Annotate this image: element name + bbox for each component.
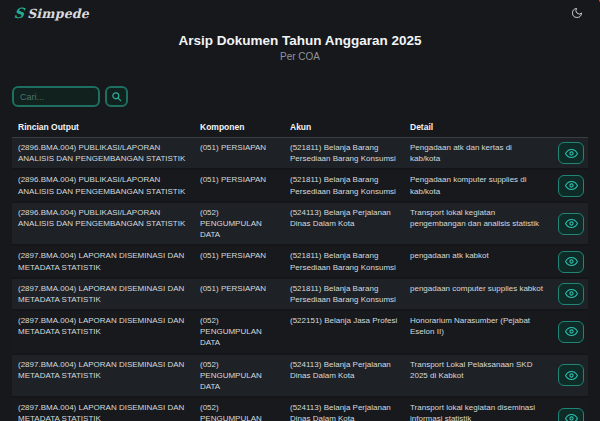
akun-cell: (524113) Belanja Perjalanan Dinas Dalam … [284,202,404,246]
table-row: (2896.BMA.004) PUBLIKASI/LAPORAN ANALISI… [12,202,588,246]
table-row: (2897.BMA.004) LAPORAN DISEMINASI DAN ME… [12,397,588,421]
detail-cell: pengadaan computer supplies kabkot [404,278,550,310]
rincian-output-cell: (2896.BMA.004) PUBLIKASI/LAPORAN ANALISI… [12,169,194,201]
brand-s-icon: S [13,6,25,20]
view-document-button[interactable] [558,283,584,305]
komponen-cell: (051) PERSIAPAN [194,245,284,277]
search-bar [12,86,588,107]
brand-name: Simpede [27,6,89,21]
eye-icon [565,412,578,421]
action-cell [550,354,588,398]
rincian-output-cell: (2897.BMA.004) LAPORAN DISEMINASI DAN ME… [12,397,194,421]
detail-cell: Transport Lokal Pelaksanaan SKD 2025 di … [404,354,550,398]
rincian-output-cell: (2896.BMA.004) PUBLIKASI/LAPORAN ANALISI… [12,138,194,170]
view-document-button[interactable] [558,321,584,343]
action-cell [550,169,588,201]
eye-icon [565,287,578,300]
eye-icon [565,217,578,230]
view-document-button[interactable] [558,213,584,235]
moon-icon [571,7,583,19]
action-cell [550,138,588,170]
header-rincian-output: Rincian Output [12,116,194,138]
komponen-cell: (052) PENGUMPULAN DATA [194,310,284,354]
rincian-output-cell: (2897.BMA.004) LAPORAN DISEMINASI DAN ME… [12,354,194,398]
search-input[interactable] [12,86,100,107]
komponen-cell: (052) PENGUMPULAN DATA [194,397,284,421]
akun-cell: (521811) Belanja Barang Persediaan Baran… [284,245,404,277]
detail-cell: Honorarium Narasumber (Pejabat Eselon II… [404,310,550,354]
komponen-cell: (052) PENGUMPULAN DATA [194,354,284,398]
akun-cell: (521811) Belanja Barang Persediaan Baran… [284,169,404,201]
eye-icon [565,255,578,268]
header-komponen: Komponen [194,116,284,138]
rincian-output-cell: (2897.BMA.004) LAPORAN DISEMINASI DAN ME… [12,310,194,354]
akun-cell: (524113) Belanja Perjalanan Dinas Dalam … [284,354,404,398]
view-document-button[interactable] [558,175,584,197]
eye-icon [565,179,578,192]
table-row: (2896.BMA.004) PUBLIKASI/LAPORAN ANALISI… [12,169,588,201]
table-row: (2897.BMA.004) LAPORAN DISEMINASI DAN ME… [12,310,588,354]
detail-cell: pengadaan atk kabkot [404,245,550,277]
komponen-cell: (051) PERSIAPAN [194,278,284,310]
detail-cell: Pengadaan atk dan kertas di kab/kota [404,138,550,170]
table-row: (2897.BMA.004) LAPORAN DISEMINASI DAN ME… [12,278,588,310]
table-row: (2896.BMA.004) PUBLIKASI/LAPORAN ANALISI… [12,138,588,170]
header-detail: Detail [404,116,550,138]
rincian-output-cell: (2896.BMA.004) PUBLIKASI/LAPORAN ANALISI… [12,202,194,246]
navbar: S Simpede [0,0,600,26]
table-row: (2897.BMA.004) LAPORAN DISEMINASI DAN ME… [12,245,588,277]
akun-cell: (522151) Belanja Jasa Profesi [284,310,404,354]
brand-logo[interactable]: S Simpede [14,6,89,21]
rincian-output-cell: (2897.BMA.004) LAPORAN DISEMINASI DAN ME… [12,278,194,310]
akun-cell: (521811) Belanja Barang Persediaan Baran… [284,278,404,310]
action-cell [550,278,588,310]
view-document-button[interactable] [558,142,584,164]
komponen-cell: (051) PERSIAPAN [194,169,284,201]
detail-cell: Transport lokal kegiatan pengembangan da… [404,202,550,246]
view-document-button[interactable] [558,364,584,386]
dark-mode-toggle-button[interactable] [568,4,586,22]
view-document-button[interactable] [558,408,584,421]
eye-icon [565,147,578,160]
komponen-cell: (051) PERSIAPAN [194,138,284,170]
detail-cell: Pengadaan komputer supplies di kab/kota [404,169,550,201]
komponen-cell: (052) PENGUMPULAN DATA [194,202,284,246]
page-subtitle: Per COA [0,51,600,62]
detail-cell: Transport lokal kegiatan diseminasi info… [404,397,550,421]
main-content: Rincian Output Komponen Akun Detail (289… [0,86,600,421]
archive-table: Rincian Output Komponen Akun Detail (289… [12,116,588,421]
header-action [550,116,588,138]
table-header: Rincian Output Komponen Akun Detail [12,116,588,138]
eye-icon [565,325,578,338]
search-icon [111,91,122,102]
action-cell [550,202,588,246]
view-document-button[interactable] [558,251,584,273]
page-title: Arsip Dokumen Tahun Anggaran 2025 [0,33,600,48]
rincian-output-cell: (2897.BMA.004) LAPORAN DISEMINASI DAN ME… [12,245,194,277]
header-akun: Akun [284,116,404,138]
page-header: Arsip Dokumen Tahun Anggaran 2025 Per CO… [0,33,600,62]
table-row: (2897.BMA.004) LAPORAN DISEMINASI DAN ME… [12,354,588,398]
action-cell [550,245,588,277]
search-button[interactable] [105,86,128,107]
action-cell [550,310,588,354]
table-body: (2896.BMA.004) PUBLIKASI/LAPORAN ANALISI… [12,138,588,421]
akun-cell: (524113) Belanja Perjalanan Dinas Dalam … [284,397,404,421]
action-cell [550,397,588,421]
eye-icon [565,369,578,382]
akun-cell: (521811) Belanja Barang Persediaan Baran… [284,138,404,170]
